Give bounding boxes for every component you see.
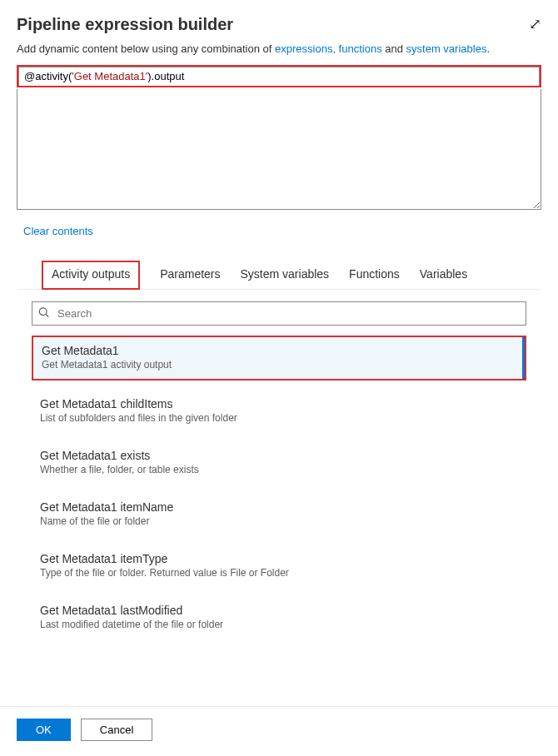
subtitle: Add dynamic content below using any comb… [17, 42, 541, 55]
list-item[interactable]: Get Metadata1 Get Metadata1 activity out… [32, 336, 526, 380]
list-item[interactable]: Get Metadata1 exists Whether a file, fol… [32, 442, 526, 484]
item-desc: Get Metadata1 activity output [42, 359, 516, 371]
tab-variables[interactable]: Variables [420, 261, 467, 289]
item-desc: Name of the file or folder [40, 515, 518, 527]
item-title: Get Metadata1 exists [40, 449, 518, 462]
svg-point-0 [39, 307, 47, 315]
tab-parameters[interactable]: Parameters [160, 261, 220, 289]
expand-icon[interactable]: ⤢ [529, 15, 541, 33]
item-desc: Whether a file, folder, or table exists [40, 464, 518, 475]
expression-display[interactable]: @activity('Get Metadata1').output [18, 67, 540, 86]
cancel-button[interactable]: Cancel [81, 719, 152, 741]
token-string: 'Get Metadata1' [72, 70, 147, 82]
item-desc: List of subfolders and files in the give… [40, 412, 518, 424]
item-desc: Type of the file or folder. Returned val… [40, 567, 518, 579]
svg-line-1 [46, 314, 48, 316]
page-title: Pipeline expression builder [17, 15, 233, 34]
list-item[interactable]: Get Metadata1 itemName Name of the file … [32, 494, 526, 535]
search-icon [38, 306, 50, 321]
list-item[interactable]: Get Metadata1 childItems List of subfold… [32, 390, 526, 432]
tab-functions[interactable]: Functions [349, 261, 400, 289]
token-fn: activity [35, 70, 68, 82]
subtitle-suffix: . [486, 42, 490, 55]
item-title: Get Metadata1 itemName [40, 500, 518, 514]
item-title: Get Metadata1 [42, 344, 516, 357]
tab-system-variables[interactable]: System variables [241, 261, 330, 289]
tab-activity-outputs[interactable]: Activity outputs [42, 261, 140, 290]
outputs-list: Get Metadata1 Get Metadata1 activity out… [32, 336, 526, 639]
list-item[interactable]: Get Metadata1 itemType Type of the file … [32, 545, 526, 587]
list-item[interactable]: Get Metadata1 lastModified Last modified… [32, 597, 526, 639]
clear-contents-link[interactable]: Clear contents [23, 225, 541, 237]
search-input[interactable] [32, 301, 526, 326]
system-variables-link[interactable]: system variables [406, 42, 487, 55]
token-at: @ [24, 70, 35, 82]
expression-textarea[interactable] [17, 89, 541, 210]
token-prop: output [154, 70, 184, 82]
expression-highlight: @activity('Get Metadata1').output [17, 65, 541, 87]
expressions-functions-link[interactable]: expressions, functions [275, 42, 382, 55]
subtitle-text: Add dynamic content below using any comb… [17, 42, 275, 55]
item-desc: Last modified datetime of the file or fo… [40, 619, 518, 630]
item-title: Get Metadata1 itemType [40, 552, 518, 565]
item-title: Get Metadata1 lastModified [40, 604, 518, 617]
footer: OK Cancel [0, 706, 558, 756]
item-title: Get Metadata1 childItems [40, 397, 518, 410]
subtitle-mid: and [382, 42, 406, 55]
ok-button[interactable]: OK [17, 719, 71, 741]
tabs-row: Activity outputs Parameters System varia… [18, 261, 540, 290]
